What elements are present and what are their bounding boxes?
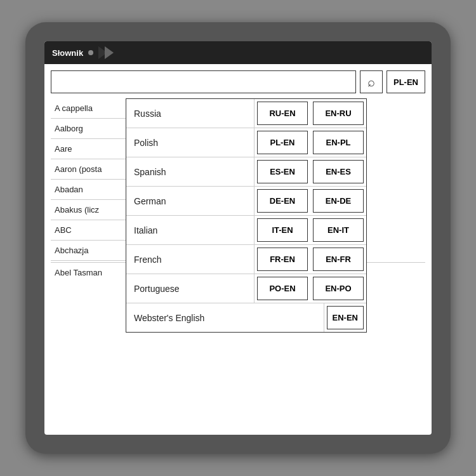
lang-name: Russia (126, 99, 255, 128)
lang-btns: EN-EN (324, 303, 366, 332)
lang-btn-pl-en[interactable]: PL-EN (257, 131, 308, 154)
list-item[interactable]: Abakus (licz (51, 200, 133, 220)
lang-btn-en-en[interactable]: EN-EN (327, 306, 364, 329)
lang-btn-en-it[interactable]: EN-IT (313, 218, 364, 242)
titlebar: Słownik (44, 41, 432, 64)
lang-btn-de-en[interactable]: DE-EN (257, 189, 308, 213)
lang-btn-po-en[interactable]: PO-EN (257, 277, 308, 300)
main-area: A cappella Aalborg Aare Aaron (posta Aba… (51, 98, 425, 261)
language-picker: Russia RU-EN EN-RU Polish PL-EN EN-PL (126, 98, 367, 333)
arrow-icon-2 (105, 46, 114, 59)
list-item[interactable]: Aare (51, 139, 133, 159)
current-lang-button[interactable]: PL-EN (387, 70, 425, 93)
lang-btns: IT-EN EN-IT (255, 216, 366, 244)
lang-btn-en-es[interactable]: EN-ES (313, 160, 364, 183)
lang-row-portuguese: Portuguese PO-EN EN-PO (126, 274, 366, 303)
lang-btns: FR-EN EN-FR (255, 245, 366, 274)
lang-btns: PO-EN EN-PO (255, 274, 366, 303)
list-item[interactable]: Abadan (51, 180, 133, 200)
lang-btns: PL-EN EN-PL (255, 128, 366, 157)
screen: Słownik ⌕ PL-EN A cappella (44, 41, 432, 435)
search-input-wrap[interactable] (51, 70, 356, 93)
list-item[interactable]: A cappella (51, 98, 133, 119)
list-item[interactable]: Abchazja (51, 241, 133, 261)
word-list: A cappella Aalborg Aare Aaron (posta Aba… (51, 98, 133, 261)
lang-btn-fr-en[interactable]: FR-EN (257, 248, 308, 271)
titlebar-arrows (98, 46, 114, 59)
lang-row-italian: Italian IT-EN EN-IT (126, 216, 366, 245)
list-item[interactable]: Aaron (posta (51, 159, 133, 180)
lang-name: Italian (126, 216, 255, 244)
lang-btn-en-pl[interactable]: EN-PL (313, 131, 364, 154)
lang-row-websters: Webster's English EN-EN (126, 303, 366, 332)
lang-row-russia: Russia RU-EN EN-RU (126, 99, 366, 128)
lang-row-german: German DE-EN EN-DE (126, 187, 366, 216)
lang-btn-en-po[interactable]: EN-PO (313, 277, 364, 300)
titlebar-dot (88, 50, 93, 55)
search-row: ⌕ PL-EN (51, 70, 425, 93)
search-input[interactable] (56, 77, 350, 87)
lang-name: German (126, 187, 255, 215)
lang-btns: DE-EN EN-DE (255, 187, 366, 215)
device-frame: Słownik ⌕ PL-EN A cappella (25, 22, 451, 454)
lang-name: French (126, 245, 255, 274)
lang-row-french: French FR-EN EN-FR (126, 245, 366, 274)
lang-name: Portuguese (126, 274, 255, 303)
search-icon[interactable]: ⌕ (360, 70, 383, 93)
lang-btns: ES-EN EN-ES (255, 157, 366, 186)
lang-btn-en-de[interactable]: EN-DE (313, 189, 364, 213)
lang-btn-en-fr[interactable]: EN-FR (313, 248, 364, 271)
lang-btn-en-ru[interactable]: EN-RU (313, 102, 364, 125)
app-title: Słownik (52, 48, 83, 58)
lang-name: Polish (126, 128, 255, 157)
lang-name: Spanish (126, 157, 255, 186)
content-area: ⌕ PL-EN A cappella Aalborg Aare Aaron (p… (44, 64, 432, 435)
lang-btn-ru-en[interactable]: RU-EN (257, 102, 308, 125)
lang-row-polish: Polish PL-EN EN-PL (126, 128, 366, 157)
lang-row-spanish: Spanish ES-EN EN-ES (126, 157, 366, 187)
lang-btns: RU-EN EN-RU (255, 99, 366, 128)
lang-name: Webster's English (126, 303, 324, 332)
list-item[interactable]: Aalborg (51, 119, 133, 139)
list-item[interactable]: ABC (51, 220, 133, 241)
lang-btn-es-en[interactable]: ES-EN (257, 160, 308, 183)
lang-btn-it-en[interactable]: IT-EN (257, 218, 308, 242)
